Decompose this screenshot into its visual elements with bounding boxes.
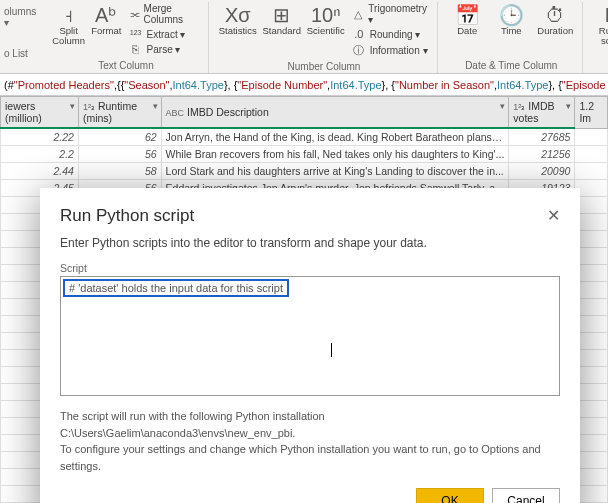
- cell-votes: 20090: [509, 163, 575, 180]
- format-button[interactable]: Aᵇ Format: [89, 2, 124, 58]
- dialog-title: Run Python script: [60, 206, 194, 226]
- column-header-votes[interactable]: 1²₃IMDB votes▾: [509, 97, 575, 129]
- ribbon-group-number-column: Xσ Statistics ⊞ Standard 10ⁿ Scientific …: [211, 2, 439, 73]
- script-field-label: Script: [60, 262, 560, 274]
- script-line-highlight: # 'dataset' holds the input data for thi…: [63, 279, 289, 297]
- cell-partial: [575, 128, 608, 146]
- date-icon: 📅: [455, 4, 480, 26]
- ribbon-group-title: Scripts: [591, 58, 608, 73]
- information-button[interactable]: ⓘInformation ▾: [349, 42, 432, 59]
- column-header-description[interactable]: ABCIMBD Description▾: [161, 97, 509, 129]
- filter-dropdown-icon[interactable]: ▾: [70, 101, 75, 111]
- run-python-script-dialog: Run Python script ✕ Enter Python scripts…: [40, 188, 580, 503]
- cell-votes: 21256: [509, 146, 575, 163]
- filter-dropdown-icon[interactable]: ▾: [500, 101, 505, 111]
- cell-runtime: 62: [78, 128, 161, 146]
- dialog-footnote: The script will run with the following P…: [60, 408, 560, 474]
- dialog-description: Enter Python scripts into the editor to …: [60, 236, 560, 250]
- parse-button[interactable]: ⎘Parse ▾: [126, 42, 202, 56]
- scientific-button[interactable]: 10ⁿ Scientific: [305, 2, 347, 58]
- ribbon-group-text-column: ⫞ Split Column Aᵇ Format ⫘Merge Columns …: [44, 2, 208, 73]
- ribbon-toolbar: olumns ▾ o List ⫞ Split Column Aᵇ Format…: [0, 0, 608, 74]
- cell-votes: 27685: [509, 128, 575, 146]
- merge-columns-button[interactable]: ⫘Merge Columns: [126, 2, 202, 26]
- column-header-partial[interactable]: 1.2 Im: [575, 97, 608, 129]
- cell-viewers: 2.2: [1, 146, 79, 163]
- table-row[interactable]: 2.4458Lord Stark and his daughters arriv…: [1, 163, 608, 180]
- statistics-icon: Xσ: [225, 4, 251, 26]
- cell-description: Jon Arryn, the Hand of the King, is dead…: [161, 128, 509, 146]
- cell-description: Lord Stark and his daughters arrive at K…: [161, 163, 509, 180]
- table-row[interactable]: 2.2262Jon Arryn, the Hand of the King, i…: [1, 128, 608, 146]
- format-icon: Aᵇ: [95, 4, 117, 26]
- split-column-icon: ⫞: [64, 4, 74, 26]
- ribbon-group-title: Date & Time Column: [446, 58, 576, 73]
- column-header-viewers[interactable]: iewers (million)▾: [1, 97, 79, 129]
- duration-icon: ⏱: [545, 4, 565, 26]
- number-type-icon: 1²₃: [83, 102, 95, 112]
- filter-dropdown-icon[interactable]: ▾: [153, 101, 158, 111]
- ribbon-group-title: Text Column: [50, 58, 201, 73]
- duration-button[interactable]: ⏱ Duration: [534, 2, 576, 58]
- rounding-button[interactable]: .0Rounding ▾: [349, 27, 432, 41]
- filter-dropdown-icon[interactable]: ▾: [566, 101, 571, 111]
- parse-icon: ⎘: [129, 43, 143, 55]
- formula-text: (#: [4, 79, 14, 91]
- run-r-script-button[interactable]: R Run R script: [591, 2, 608, 58]
- ok-button[interactable]: OK: [416, 488, 484, 503]
- info-icon: ⓘ: [352, 43, 366, 58]
- split-column-button[interactable]: ⫞ Split Column: [50, 2, 87, 58]
- ribbon-group-scripts: R Run R script Py Run Python script Scri…: [585, 2, 608, 73]
- date-button[interactable]: 📅 Date: [446, 2, 488, 58]
- standard-button[interactable]: ⊞ Standard: [261, 2, 303, 58]
- extract-icon: ¹²³: [129, 28, 143, 40]
- table-row[interactable]: 2.256While Bran recovers from his fall, …: [1, 146, 608, 163]
- cell-runtime: 58: [78, 163, 161, 180]
- ribbon-group-title: Number Column: [217, 59, 432, 74]
- cell-description: While Bran recovers from his fall, Ned t…: [161, 146, 509, 163]
- text-type-icon: ABC: [166, 108, 185, 118]
- text-cursor: [331, 343, 332, 357]
- standard-icon: ⊞: [273, 4, 290, 26]
- ribbon-partial-left: olumns ▾ o List: [4, 2, 42, 73]
- close-icon[interactable]: ✕: [547, 206, 560, 225]
- trigonometry-button[interactable]: △Trigonometry ▾: [349, 2, 432, 26]
- cell-runtime: 56: [78, 146, 161, 163]
- column-header-runtime[interactable]: 1²₃Runtime (mins)▾: [78, 97, 161, 129]
- cancel-button[interactable]: Cancel: [492, 488, 560, 503]
- ribbon-group-datetime: 📅 Date 🕒 Time ⏱ Duration Date & Time Col…: [440, 2, 583, 73]
- cell-viewers: 2.22: [1, 128, 79, 146]
- cell-partial: [575, 163, 608, 180]
- rounding-icon: .0: [352, 28, 366, 40]
- number-type-icon: 1²₃: [513, 102, 525, 112]
- trig-icon: △: [352, 8, 365, 21]
- cell-partial: [575, 146, 608, 163]
- extract-button[interactable]: ¹²³Extract ▾: [126, 27, 202, 41]
- columns-dropdown-partial[interactable]: olumns ▾: [4, 6, 36, 28]
- script-editor[interactable]: # 'dataset' holds the input data for thi…: [60, 276, 560, 396]
- cell-viewers: 2.44: [1, 163, 79, 180]
- to-list-partial[interactable]: o List: [4, 48, 36, 59]
- statistics-button[interactable]: Xσ Statistics: [217, 2, 259, 58]
- formula-bar[interactable]: (# "Promoted Headers" ,{{ "Season" , Int…: [0, 74, 608, 96]
- scientific-icon: 10ⁿ: [311, 4, 341, 26]
- time-button[interactable]: 🕒 Time: [490, 2, 532, 58]
- merge-icon: ⫘: [129, 8, 140, 20]
- time-icon: 🕒: [499, 4, 524, 26]
